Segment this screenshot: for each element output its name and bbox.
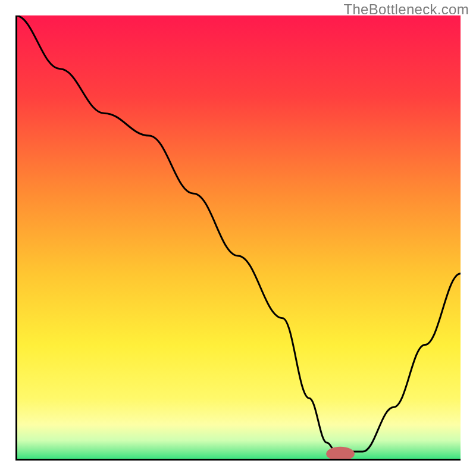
plot-area	[15, 15, 461, 461]
optimal-marker	[326, 447, 355, 461]
gradient-background	[15, 15, 461, 461]
watermark-label: TheBottleneck.com	[343, 1, 469, 18]
chart-svg	[15, 15, 461, 461]
chart-frame: TheBottleneck.com	[0, 0, 476, 476]
